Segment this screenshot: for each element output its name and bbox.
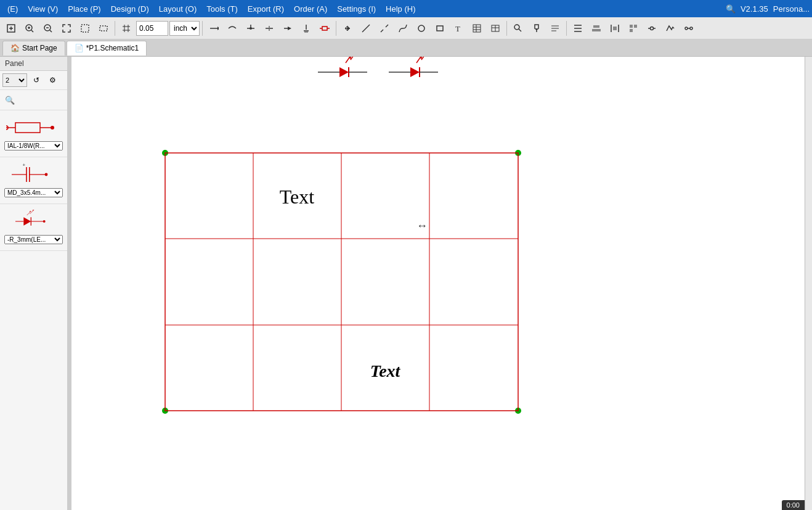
scrollbar-right[interactable] <box>805 57 812 510</box>
menu-design[interactable]: Design (D) <box>106 3 154 15</box>
main-layout: Panel 213 ↺ ⚙ 🔍 IAL-1/8W(R... <box>0 57 812 510</box>
svg-rect-59 <box>592 29 601 31</box>
svg-line-36 <box>381 30 383 32</box>
sep4 <box>506 21 507 36</box>
menu-help[interactable]: Help (H) <box>381 3 420 15</box>
search-tool[interactable] <box>510 20 527 37</box>
cell-text-0-1: Text <box>280 186 315 208</box>
menu-place[interactable]: Place (P) <box>63 3 105 15</box>
capacitor-select[interactable]: MD_3x5.4m... <box>4 188 63 197</box>
panel-settings-btn[interactable]: ⚙ <box>46 73 59 87</box>
svg-rect-64 <box>634 25 637 28</box>
component-resistor: IAL-1/8W(R... <box>0 110 67 157</box>
extra2[interactable] <box>643 20 660 37</box>
menu-layout[interactable]: Layout (O) <box>154 3 201 15</box>
svg-rect-10 <box>81 25 89 32</box>
svg-point-69 <box>685 27 688 30</box>
panel-search: 🔍 <box>0 90 67 110</box>
panel-search-icon[interactable]: 🔍 <box>2 93 17 107</box>
text-tool[interactable]: T <box>450 20 467 37</box>
zoom-area-button[interactable] <box>76 20 94 37</box>
power-tool[interactable] <box>298 20 315 37</box>
distribute-h[interactable] <box>606 20 623 37</box>
new-button[interactable] <box>2 20 20 37</box>
svg-marker-84 <box>23 217 31 225</box>
rect-tool[interactable] <box>431 20 449 37</box>
bus-tool[interactable] <box>224 20 241 37</box>
version-label: V2.1.35 <box>741 4 768 14</box>
menu-e[interactable]: (E) <box>2 3 23 15</box>
svg-marker-33 <box>347 26 350 31</box>
param-tool[interactable] <box>546 20 564 37</box>
svg-rect-63 <box>630 25 633 28</box>
diode-label: -R_3mm(LE... <box>3 234 64 245</box>
pushpin-tool[interactable] <box>528 20 545 37</box>
capacitor-label: MD_3x5.4m... <box>3 187 64 199</box>
menu-settings[interactable]: Settings (I) <box>332 3 381 15</box>
svg-rect-65 <box>630 29 633 32</box>
svg-text:T: T <box>455 24 460 33</box>
resistor-select[interactable]: IAL-1/8W(R... <box>4 141 63 150</box>
zoom-out-button[interactable] <box>39 20 57 37</box>
sidebar: Panel 213 ↺ ⚙ 🔍 IAL-1/8W(R... <box>0 57 68 510</box>
line-tool[interactable] <box>357 20 375 37</box>
svg-marker-106 <box>410 67 420 77</box>
diode-select[interactable]: -R_3mm(LE... <box>4 235 63 244</box>
extra4[interactable] <box>680 20 697 37</box>
table-tool[interactable] <box>487 20 504 37</box>
tab-schema[interactable]: 📄 *P1.Schematic1 <box>67 41 147 56</box>
svg-rect-11 <box>100 26 107 31</box>
svg-line-49 <box>519 29 521 31</box>
noconnect-tool[interactable] <box>261 20 278 37</box>
align-center[interactable] <box>588 20 605 37</box>
unit-select[interactable]: inch mm mil <box>169 21 200 36</box>
menu-tools[interactable]: Tools (T) <box>201 3 243 15</box>
svg-marker-97 <box>339 67 349 77</box>
align-left[interactable] <box>569 20 587 37</box>
extra1[interactable] <box>625 20 642 37</box>
component-tool[interactable] <box>316 20 333 37</box>
panel-zoom-select[interactable]: 213 <box>2 73 27 87</box>
netlabel-tool[interactable] <box>279 20 296 37</box>
place-rect-tool[interactable] <box>339 20 356 37</box>
junction-tool[interactable] <box>242 20 259 37</box>
svg-line-6 <box>31 30 33 32</box>
fit-button[interactable] <box>58 20 75 37</box>
sep5 <box>566 21 567 36</box>
panel-header: Panel <box>0 57 67 71</box>
menu-order[interactable]: Order (A) <box>289 3 332 15</box>
menu-export[interactable]: Export (R) <box>243 3 289 15</box>
tab-start[interactable]: 🏠 Start Page <box>2 41 65 56</box>
extra3[interactable] <box>662 20 679 37</box>
svg-point-38 <box>418 25 424 31</box>
circle-tool[interactable] <box>413 20 430 37</box>
netlist-tool[interactable] <box>468 20 485 37</box>
svg-point-68 <box>651 27 654 30</box>
svg-line-37 <box>386 25 388 27</box>
cell-text-2-2: Text <box>370 361 401 380</box>
zoom-in-button[interactable] <box>21 20 38 37</box>
persona-label[interactable]: Persona... <box>773 4 810 14</box>
bezier-tool[interactable] <box>394 20 412 37</box>
search-icon[interactable]: 🔍 <box>726 4 736 14</box>
svg-point-81 <box>44 173 47 176</box>
capacitor-symbol: + <box>6 162 62 187</box>
menu-view[interactable]: View (V) <box>23 3 63 15</box>
tab-schema-label: *P1.Schematic1 <box>86 44 139 52</box>
wire-tool[interactable] <box>205 20 222 37</box>
component-diode: -R_3mm(LE... <box>0 204 67 251</box>
zoom-area2-button[interactable] <box>95 20 112 37</box>
svg-marker-25 <box>288 27 291 30</box>
resistor-label: IAL-1/8W(R... <box>3 140 64 152</box>
tab-start-label: Start Page <box>22 44 57 52</box>
grid-button[interactable] <box>118 20 135 37</box>
canvas-area[interactable]: Text Text ↔ 0:00 <box>71 57 805 510</box>
svg-rect-58 <box>593 25 599 28</box>
zoom-input[interactable] <box>136 21 168 36</box>
tab-bar: 🏠 Start Page 📄 *P1.Schematic1 <box>0 39 812 57</box>
arc-tool[interactable] <box>376 20 393 37</box>
tab-start-icon: 🏠 <box>10 44 20 52</box>
panel-refresh-btn[interactable]: ↺ <box>30 73 43 87</box>
sep3 <box>336 21 336 36</box>
schematic-canvas: Text Text ↔ <box>71 57 805 510</box>
